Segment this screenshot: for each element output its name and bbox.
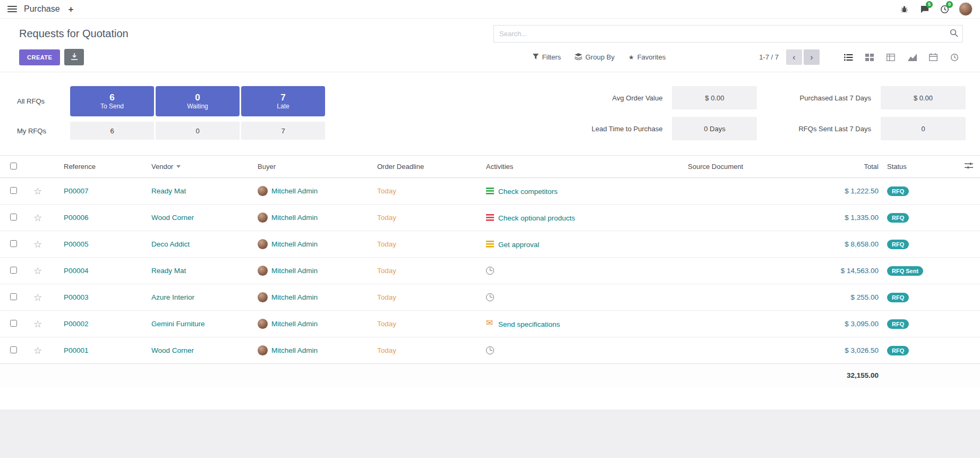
app-name[interactable]: Purchase bbox=[24, 4, 60, 14]
my-waiting[interactable]: 0 bbox=[156, 122, 240, 140]
col-header-total[interactable]: Total bbox=[808, 156, 883, 178]
reference-link[interactable]: P00002 bbox=[64, 320, 89, 328]
reference-link[interactable]: P00005 bbox=[64, 240, 89, 248]
favorite-star-icon[interactable] bbox=[33, 215, 42, 223]
favorite-star-icon[interactable] bbox=[33, 347, 42, 355]
favorite-star-icon[interactable] bbox=[33, 241, 42, 249]
kpi-to-send[interactable]: 6 To Send bbox=[70, 86, 154, 116]
source-document bbox=[684, 178, 808, 205]
activity-icon[interactable] bbox=[486, 320, 495, 328]
vendor-link[interactable]: Deco Addict bbox=[151, 240, 190, 248]
row-checkbox[interactable] bbox=[10, 187, 17, 194]
activity-link[interactable]: Get approval bbox=[498, 241, 539, 249]
col-header-buyer[interactable]: Buyer bbox=[253, 156, 373, 178]
favorite-star-icon[interactable] bbox=[33, 268, 42, 276]
buyer-link[interactable]: Mitchell Admin bbox=[271, 187, 318, 195]
row-checkbox[interactable] bbox=[10, 320, 17, 327]
favorite-star-icon[interactable] bbox=[33, 294, 42, 302]
order-deadline: Today bbox=[377, 214, 396, 222]
pager-next-button[interactable] bbox=[804, 49, 820, 65]
buyer-link[interactable]: Mitchell Admin bbox=[271, 240, 318, 248]
activity-view-icon[interactable] bbox=[944, 50, 965, 65]
col-header-source[interactable]: Source Document bbox=[684, 156, 808, 178]
activity-link[interactable]: Check optional products bbox=[498, 214, 575, 222]
kpi-count: 0 bbox=[195, 92, 200, 103]
graph-view-icon[interactable] bbox=[901, 50, 923, 65]
activity-icon[interactable] bbox=[486, 267, 494, 275]
order-deadline: Today bbox=[377, 320, 396, 328]
messages-icon[interactable]: 5 bbox=[918, 3, 930, 15]
table-row[interactable]: P00005 Deco Addict Mitchell Admin Today … bbox=[0, 231, 980, 258]
vendor-link[interactable]: Wood Corner bbox=[151, 346, 194, 354]
new-tab-plus-icon[interactable]: + bbox=[69, 5, 74, 14]
favorites-button[interactable]: Favorites bbox=[628, 53, 666, 61]
calendar-view-icon[interactable] bbox=[923, 50, 944, 65]
my-late[interactable]: 7 bbox=[241, 122, 325, 140]
reference-link[interactable]: P00003 bbox=[64, 293, 89, 301]
list-view-icon[interactable] bbox=[838, 50, 859, 65]
reference-link[interactable]: P00004 bbox=[64, 267, 89, 275]
activity-link[interactable]: Send specifications bbox=[498, 320, 560, 328]
reference-link[interactable]: P00007 bbox=[64, 187, 89, 195]
row-checkbox[interactable] bbox=[10, 214, 17, 220]
favorite-star-icon[interactable] bbox=[33, 188, 42, 196]
buyer-avatar bbox=[258, 186, 268, 196]
buyer-link[interactable]: Mitchell Admin bbox=[271, 267, 318, 275]
table-row[interactable]: P00004 Ready Mat Mitchell Admin Today $ … bbox=[0, 258, 980, 284]
optional-columns-button[interactable] bbox=[957, 156, 980, 178]
row-checkbox[interactable] bbox=[10, 293, 17, 300]
vendor-link[interactable]: Wood Corner bbox=[151, 214, 194, 222]
activity-link[interactable]: Check competitors bbox=[498, 188, 558, 196]
col-header-activities[interactable]: Activities bbox=[482, 156, 684, 178]
row-checkbox[interactable] bbox=[10, 267, 17, 274]
search-icon[interactable] bbox=[950, 29, 958, 39]
buyer-link[interactable]: Mitchell Admin bbox=[271, 214, 318, 222]
apps-menu-icon[interactable] bbox=[7, 6, 17, 12]
activity-icon[interactable] bbox=[486, 293, 494, 301]
table-row[interactable]: P00002 Gemini Furniture Mitchell Admin T… bbox=[0, 311, 980, 337]
activity-icon[interactable] bbox=[486, 214, 495, 222]
activity-icon[interactable] bbox=[486, 240, 495, 248]
col-header-vendor[interactable]: Vendor bbox=[147, 156, 253, 178]
row-checkbox[interactable] bbox=[10, 346, 17, 353]
pager: 1-7 / 7 bbox=[759, 49, 820, 65]
activity-icon[interactable] bbox=[486, 346, 494, 354]
buyer-link[interactable]: Mitchell Admin bbox=[271, 346, 318, 354]
kanban-view-icon[interactable] bbox=[859, 50, 880, 65]
buyer-link[interactable]: Mitchell Admin bbox=[271, 293, 318, 301]
reference-link[interactable]: P00006 bbox=[64, 214, 89, 222]
select-all-checkbox[interactable] bbox=[10, 163, 17, 169]
search-box[interactable] bbox=[493, 25, 963, 43]
stat-value-rfqs-sent-7d: 0 bbox=[881, 117, 966, 140]
row-checkbox[interactable] bbox=[10, 240, 17, 247]
col-header-deadline[interactable]: Order Deadline bbox=[373, 156, 482, 178]
col-header-status[interactable]: Status bbox=[883, 156, 957, 178]
activities-clock-icon[interactable]: 0 bbox=[939, 3, 950, 15]
kpi-late[interactable]: 7 Late bbox=[241, 86, 325, 116]
table-row[interactable]: P00007 Ready Mat Mitchell Admin Today Ch… bbox=[0, 178, 980, 205]
filters-button[interactable]: Filters bbox=[532, 53, 561, 62]
debug-bug-icon[interactable] bbox=[898, 3, 910, 15]
vendor-link[interactable]: Ready Mat bbox=[151, 267, 186, 275]
create-button[interactable]: CREATE bbox=[19, 49, 60, 65]
activity-icon[interactable] bbox=[486, 187, 495, 195]
export-button[interactable] bbox=[64, 49, 84, 65]
favorites-star-icon bbox=[628, 53, 634, 61]
vendor-link[interactable]: Ready Mat bbox=[151, 187, 186, 195]
pivot-view-icon[interactable] bbox=[880, 50, 901, 65]
buyer-link[interactable]: Mitchell Admin bbox=[271, 320, 318, 328]
vendor-link[interactable]: Gemini Furniture bbox=[151, 320, 205, 328]
table-row[interactable]: P00001 Wood Corner Mitchell Admin Today … bbox=[0, 337, 980, 364]
vendor-link[interactable]: Azure Interior bbox=[151, 293, 194, 301]
favorite-star-icon[interactable] bbox=[33, 321, 42, 329]
pager-previous-button[interactable] bbox=[786, 49, 802, 65]
group-by-button[interactable]: Group By bbox=[575, 53, 615, 62]
search-input[interactable] bbox=[499, 30, 950, 38]
col-header-reference[interactable]: Reference bbox=[49, 156, 147, 178]
reference-link[interactable]: P00001 bbox=[64, 346, 89, 354]
kpi-waiting[interactable]: 0 Waiting bbox=[156, 86, 240, 116]
table-row[interactable]: P00006 Wood Corner Mitchell Admin Today … bbox=[0, 205, 980, 231]
table-row[interactable]: P00003 Azure Interior Mitchell Admin Tod… bbox=[0, 284, 980, 311]
my-to-send[interactable]: 6 bbox=[70, 122, 154, 140]
user-avatar[interactable] bbox=[959, 2, 973, 16]
